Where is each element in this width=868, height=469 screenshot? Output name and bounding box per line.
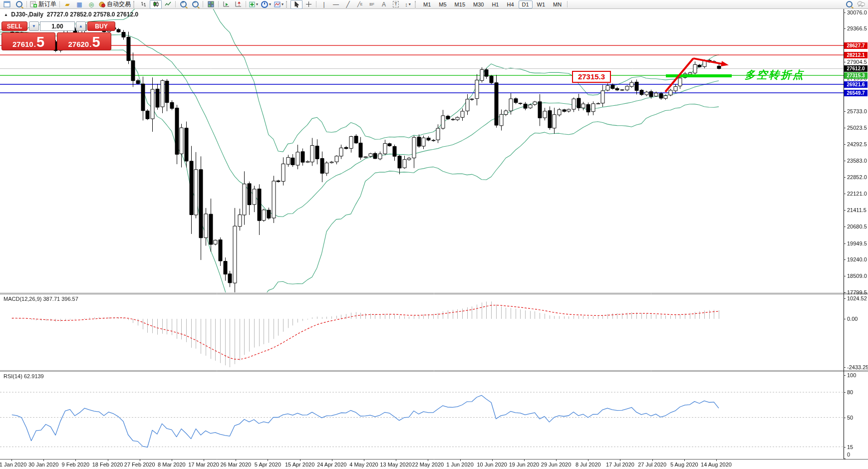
price-tick-label: 22852.0 [847,174,867,180]
buy-price-frac: 5 [92,35,100,48]
fibonacci-tool-icon[interactable]: ≡F [366,0,378,9]
buy-price-int: 27620 [68,40,89,48]
candlestick-type-icon[interactable] [150,0,162,9]
search-icon[interactable] [843,0,855,9]
market-watch-icon[interactable]: ▰ [61,0,73,9]
main-toolbar: 新订单 ▰ ▦ ◎ 自动交易 + − ▾ ▾ ▾ | — ╱ ╱E ≡F [0,0,868,9]
line-chart-type-icon[interactable] [162,0,174,9]
price-tick-label: 29366.5 [847,25,867,31]
price-tick-label: 17799.5 [847,289,867,295]
price-badge: 26921.6 [844,81,868,88]
rsi-value: 62.9139 [24,373,44,379]
price-tick-label: 18509.0 [847,273,867,279]
auto-trading-button[interactable]: 自动交易 [97,0,132,9]
periods-button[interactable]: ▾ [260,0,273,9]
volume-increase-button[interactable]: ▲ [76,21,86,31]
price-badge: 27315.3 [844,72,868,79]
rsi-label: RSI(14) 62.9139 [3,373,44,379]
rsi-tick-label: 100 [847,372,856,378]
price-badge: 28627.7 [844,42,868,49]
text-label-tool-icon[interactable]: T [390,0,402,9]
price-annotation[interactable]: 27315.3 [572,71,611,83]
price-tick-label: 20680.5 [847,224,867,230]
date-label: 14 Aug 2020 [696,462,736,468]
text-tool-icon[interactable]: A [378,0,390,9]
price-tick-label: 22121.0 [847,191,867,197]
timeframe-button-M15[interactable]: M15 [451,0,469,8]
tile-windows-icon[interactable] [205,0,217,9]
one-click-trading-panel: SELL ▼ 1.00 ▲ BUY 27610.5 27620.5 [1,21,115,50]
timeframe-button-H1[interactable]: H1 [488,0,502,8]
buy-button[interactable]: BUY [87,21,115,31]
macd-tick-label: 0.00 [847,316,858,322]
new-order-label: 新订单 [38,0,56,8]
volume-decrease-button[interactable]: ▼ [29,21,39,31]
order-doc-icon [30,1,37,7]
template-icon [274,1,281,7]
price-tick-label: 27904.5 [847,59,867,65]
new-chart-icon[interactable] [1,0,13,9]
autotrade-icon [99,1,105,7]
clock-icon [261,1,268,8]
trendline-tool-icon[interactable]: ╱ [342,0,354,9]
publisher-icon[interactable]: ▦ [73,0,85,9]
price-tick-label: 23583.0 [847,158,867,164]
templates-button[interactable]: ▾ [273,0,285,9]
horizontal-line-tool-icon[interactable]: — [330,0,342,9]
timeframe-button-H4[interactable]: H4 [503,0,517,8]
chat-icon[interactable] [855,0,867,9]
indicator-plus-icon [249,1,255,7]
chart-profiles-icon[interactable] [13,0,25,9]
zoom-in-icon[interactable]: + [177,0,189,9]
rsi-tick-label: 0 [847,452,850,458]
chart-canvas[interactable] [0,0,868,469]
timeframe-button-M1[interactable]: M1 [420,0,434,8]
new-order-button[interactable]: 新订单 [28,0,58,9]
scroll-to-end-icon[interactable] [220,0,232,9]
ohlc-readout: 27727.0 27852.0 27578.0 27612.0 [47,11,139,18]
sell-price-button[interactable]: 27610.5 [1,32,55,50]
trading-terminal: 新订单 ▰ ▦ ◎ 自动交易 + − ▾ ▾ ▾ | — ╱ ╱E ≡F [0,0,868,469]
price-tick-label: 30076.0 [847,9,867,15]
macd-values: 387.71 396.57 [43,296,78,302]
price-badge: 27612.0 [844,65,868,72]
price-badge: 26549.7 [844,90,868,96]
arrows-tool-button[interactable]: ↕▾ [402,0,414,9]
auto-trading-label: 自动交易 [107,0,131,8]
price-tick-label: 19240.0 [847,256,867,262]
cursor-tool-icon[interactable] [290,0,302,9]
macd-tick-label: -2433.25 [847,364,868,370]
price-tick-label: 25733.0 [847,108,867,114]
crosshair-tool-icon[interactable] [302,0,314,9]
sell-price-int: 27610 [12,40,33,48]
timeframe-button-W1[interactable]: W1 [534,0,549,8]
bar-chart-type-icon[interactable] [138,0,150,9]
price-tick-label: 21411.5 [847,207,867,213]
timeframe-button-M30[interactable]: M30 [470,0,487,8]
volume-input[interactable]: 1.00 [40,21,75,31]
channel-tool-icon[interactable]: ╱E [354,0,366,9]
price-tick-label: 25023.5 [847,125,867,131]
price-badge: 28212.1 [844,52,868,58]
timeframe-button-MN[interactable]: MN [550,0,565,8]
sell-price-frac: 5 [36,35,44,48]
timeframe-button-M5[interactable]: M5 [435,0,450,8]
chart-title: ▲ DJ30-,Daily 27727.0 27852.0 27578.0 27… [4,11,138,18]
sell-button[interactable]: SELL [1,21,27,31]
symbol-triangle-icon: ▲ [4,12,8,17]
macd-label: MACD(12,26,9) 387.71 396.57 [3,296,78,302]
timeframe-bar: M1M5M15M30H1H4D1W1MN [419,0,566,8]
buy-price-button[interactable]: 27620.5 [57,32,111,50]
macd-tick-label: 1024.52 [847,295,867,301]
zoom-out-icon[interactable]: − [189,0,201,9]
timeframe-button-D1[interactable]: D1 [519,0,533,8]
rsi-tick-label: 80 [847,389,853,395]
signals-icon[interactable]: ◎ [85,0,97,9]
indicators-button[interactable]: ▾ [248,0,260,9]
price-tick-label: 19949.5 [847,240,867,246]
symbol-period-label: DJ30-,Daily [11,11,43,18]
rsi-tick-label: 15 [847,444,853,450]
chart-shift-icon[interactable] [232,0,244,9]
vertical-line-tool-icon[interactable]: | [318,0,330,9]
turning-point-label[interactable]: 多空转折点 [745,68,805,82]
